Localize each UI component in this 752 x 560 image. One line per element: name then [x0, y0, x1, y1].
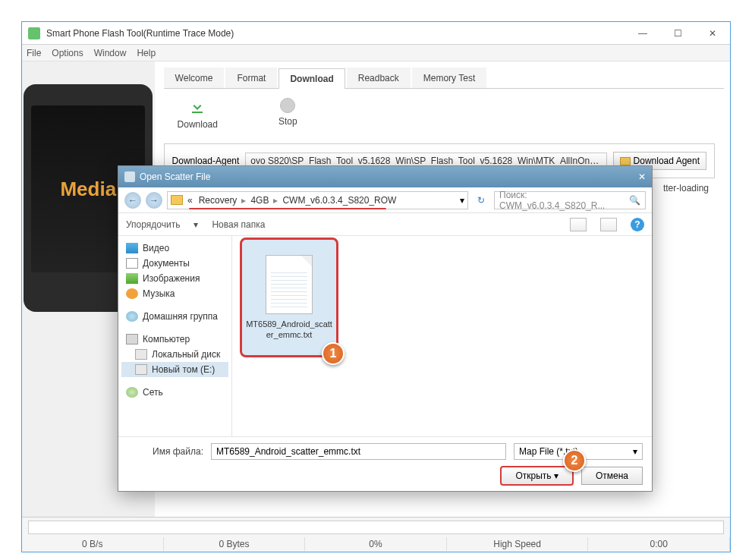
status-speed: 0 B/s: [22, 537, 164, 551]
dialog-titlebar: Open Scatter File ✕: [118, 166, 652, 187]
document-icon: [126, 258, 138, 269]
maximize-button[interactable]: ☐: [660, 22, 695, 45]
tree-video[interactable]: Видео: [121, 241, 228, 256]
crumb-ellipsis: «: [186, 195, 194, 206]
tree-computer[interactable]: Компьютер: [121, 332, 228, 347]
tab-welcome[interactable]: Welcome: [164, 68, 225, 88]
chevron-right-icon: ▸: [273, 195, 278, 206]
phone-brand: Media: [60, 178, 116, 201]
search-input[interactable]: Поиск: CWM_v6.0.3.4_S820_R... 🔍: [494, 191, 646, 209]
tab-download[interactable]: Download: [278, 68, 345, 89]
filename-input[interactable]: MT6589_Android_scatter_emmc.txt: [211, 443, 506, 460]
file-name: MT6589_Android_scatter_emmc.txt: [242, 319, 336, 341]
cancel-button[interactable]: Отмена: [581, 467, 643, 485]
tree-local-disk[interactable]: Локальный диск: [121, 347, 228, 362]
folder-tree: Видео Документы Изображения Музыка Домаш…: [118, 236, 232, 436]
search-icon: 🔍: [629, 195, 640, 206]
crumb-recovery[interactable]: Recovery: [197, 195, 239, 206]
progress-bar: [28, 521, 724, 534]
menu-options[interactable]: Options: [52, 48, 83, 58]
tree-homegroup[interactable]: Домашняя группа: [121, 309, 228, 324]
status-mode: High Speed: [447, 537, 589, 551]
crumb-4gb[interactable]: 4GB: [249, 195, 270, 206]
dialog-nav: ← → « Recovery ▸ 4GB ▸ CWM_v6.0.3.4_S820…: [118, 187, 652, 213]
dropdown-icon[interactable]: ▾: [460, 195, 464, 206]
tree-volume-e[interactable]: Новый том (E:): [121, 362, 228, 377]
refresh-button[interactable]: ↻: [473, 195, 489, 206]
tab-memtest[interactable]: Memory Test: [412, 68, 486, 88]
agent-label: Download-Agent: [172, 156, 240, 166]
chevron-down-icon: ▾: [633, 446, 637, 457]
tree-images[interactable]: Изображения: [121, 271, 228, 286]
file-list[interactable]: MT6589_Android_scatter_emmc.txt 1: [232, 236, 652, 436]
help-button[interactable]: ?: [631, 218, 644, 231]
download-button[interactable]: Download: [178, 98, 218, 130]
forward-button[interactable]: →: [146, 192, 162, 209]
music-icon: [126, 288, 138, 299]
folder-icon: [171, 195, 183, 205]
status-time: 0:00: [588, 537, 730, 551]
download-label: Download: [178, 119, 218, 130]
folder-icon: [620, 157, 631, 165]
back-button[interactable]: ←: [124, 192, 141, 209]
open-button[interactable]: Открыть ▾: [500, 466, 573, 486]
tree-music[interactable]: Музыка: [121, 286, 228, 301]
drive-icon: [135, 349, 147, 360]
download-icon: [188, 98, 206, 116]
preview-pane-button[interactable]: [600, 218, 617, 231]
dialog-close-button[interactable]: ✕: [638, 171, 646, 182]
menubar: File Options Window Help: [22, 45, 730, 61]
search-placeholder: Поиск: CWM_v6.0.3.4_S820_R...: [499, 190, 625, 211]
dialog-icon: [124, 171, 135, 182]
crumb-cwm[interactable]: CWM_v6.0.3.4_S820_ROW: [281, 195, 398, 206]
tree-network[interactable]: Сеть: [121, 385, 228, 400]
annotation-badge-1: 1: [322, 342, 345, 365]
tab-format[interactable]: Format: [225, 68, 277, 88]
window-title: Smart Phone Flash Tool(Runtime Trace Mod…: [46, 28, 625, 39]
video-icon: [126, 243, 138, 253]
dialog-footer: Имя файла: MT6589_Android_scatter_emmc.t…: [118, 436, 652, 491]
menu-help[interactable]: Help: [137, 48, 156, 58]
menu-file[interactable]: File: [27, 48, 41, 58]
breadcrumb[interactable]: « Recovery ▸ 4GB ▸ CWM_v6.0.3.4_S820_ROW…: [167, 191, 468, 209]
agent-button-label: Download Agent: [634, 156, 700, 166]
tab-bar: Welcome Format Download Readback Memory …: [164, 68, 724, 89]
stop-icon: [280, 98, 295, 113]
filename-label: Имя файла:: [127, 446, 203, 457]
stop-label: Stop: [278, 116, 297, 127]
network-icon: [126, 387, 138, 398]
statusbar: 0 B/s 0 Bytes 0% High Speed 0:00: [22, 517, 730, 552]
dialog-toolbar: Упорядочить▾ Новая папка ?: [118, 213, 652, 236]
chevron-down-icon: ▾: [194, 219, 198, 230]
file-item-scatter[interactable]: MT6589_Android_scatter_emmc.txt: [240, 238, 338, 357]
tab-readback[interactable]: Readback: [347, 68, 411, 88]
app-icon: [28, 27, 40, 39]
status-bytes: 0 Bytes: [164, 537, 306, 551]
open-scatter-dialog: Open Scatter File ✕ ← → « Recovery ▸ 4GB…: [118, 165, 653, 492]
organize-button[interactable]: Упорядочить: [126, 219, 180, 230]
annotation-badge-2: 2: [563, 449, 586, 472]
tree-documents[interactable]: Документы: [121, 256, 228, 271]
new-folder-button[interactable]: Новая папка: [212, 219, 265, 230]
menu-window[interactable]: Window: [94, 48, 127, 58]
drive-icon: [135, 364, 147, 375]
homegroup-icon: [126, 311, 138, 322]
image-icon: [126, 273, 138, 284]
text-file-icon: [266, 255, 313, 314]
status-percent: 0%: [305, 537, 447, 551]
close-button[interactable]: ✕: [695, 22, 730, 45]
stop-button[interactable]: Stop: [278, 98, 297, 130]
dialog-title: Open Scatter File: [140, 171, 638, 182]
view-mode-button[interactable]: [570, 218, 587, 231]
chevron-right-icon: ▸: [241, 195, 246, 206]
titlebar: Smart Phone Flash Tool(Runtime Trace Mod…: [22, 22, 730, 45]
minimize-button[interactable]: —: [625, 22, 660, 45]
annotation-underline: [189, 208, 386, 209]
computer-icon: [126, 334, 138, 344]
